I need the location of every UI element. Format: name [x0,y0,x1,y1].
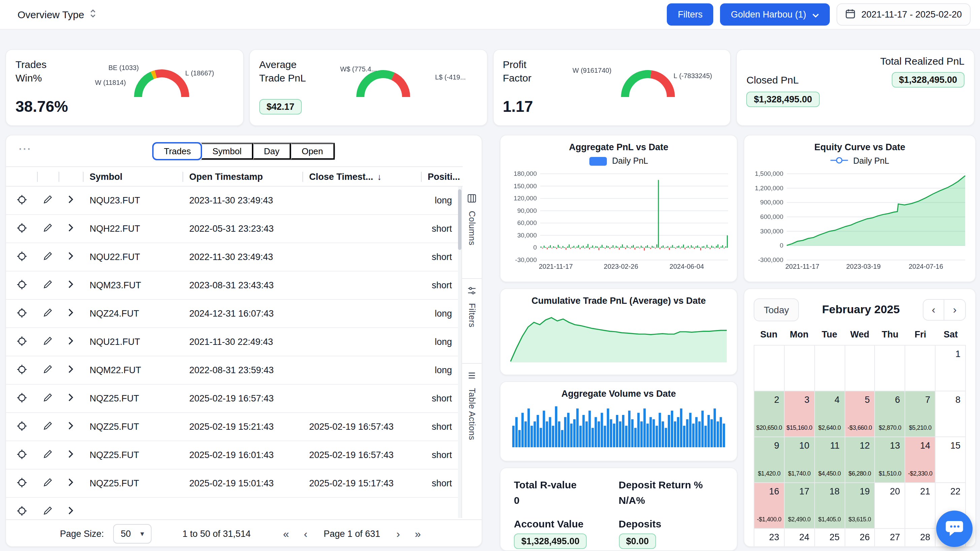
tab-open[interactable]: Open [291,142,335,159]
edit-icon[interactable] [43,223,52,234]
last-page-button[interactable]: » [409,526,426,541]
table-scrollbar-thumb[interactable] [458,189,461,250]
expand-row-icon[interactable] [68,280,73,290]
table-actions-panel-toggle[interactable]: Table Actions [462,363,482,518]
table-row[interactable] [6,498,463,519]
calendar-day[interactable] [815,346,845,391]
calendar-day[interactable]: 8 [935,391,966,437]
calendar-day[interactable] [785,346,815,391]
filters-panel-toggle[interactable]: Filters [462,278,482,363]
scope-icon[interactable] [16,223,27,235]
calendar-day[interactable]: 5-$3,660.0 [845,391,875,437]
chat-launcher-button[interactable] [936,511,973,547]
edit-icon[interactable] [43,308,52,319]
table-row[interactable]: NQU22.FUT2022-11-30 23:49:43short [6,243,463,271]
scope-icon[interactable] [16,420,27,433]
prev-page-button[interactable]: ‹ [298,526,313,541]
scope-icon[interactable] [16,449,27,461]
expand-row-icon[interactable] [68,506,73,517]
table-row[interactable]: NQU23.FUT2023-11-30 23:49:43long [6,186,463,215]
table-row[interactable]: NQZ25.FUT2025-02-19 16:01:432025-02-19 1… [6,441,463,470]
table-row[interactable]: NQH22.FUT2022-05-31 23:23:43short [6,215,463,243]
page-size-select[interactable]: 50 ▾ [113,524,151,544]
tab-trades[interactable]: Trades [153,142,202,160]
scope-icon[interactable] [16,279,27,291]
edit-icon[interactable] [43,280,52,291]
table-row[interactable]: NQZ24.FUT2024-12-31 16:07:43long [6,300,463,328]
aggregate-pnl-legend[interactable]: Daily PnL [500,156,737,166]
scope-icon[interactable] [16,477,27,489]
edit-icon[interactable] [43,336,52,347]
account-selector-button[interactable]: Golden Harbou (1) [720,3,830,25]
calendar-day[interactable]: 2$20,650.0 [754,391,785,437]
calendar-day[interactable] [875,346,905,391]
scope-icon[interactable] [16,506,27,518]
table-row[interactable]: NQU21.FUT2021-11-30 22:49:43long [6,328,463,356]
calendar-day[interactable] [754,346,785,391]
columns-panel-toggle[interactable]: Columns [462,186,482,278]
table-row[interactable]: NQZ25.FUT2025-02-19 15:21:432025-02-19 1… [6,413,463,441]
calendar-day[interactable]: 21 [905,483,936,529]
overview-type-select[interactable]: Overview Type [18,9,96,20]
scope-icon[interactable] [16,392,27,404]
table-row[interactable]: NQZ25.FUT2025-02-19 15:01:432025-02-19 1… [6,470,463,498]
edit-icon[interactable] [43,506,52,517]
calendar-day[interactable]: 16-$1,400.0 [754,483,785,529]
calendar-prev-button[interactable]: ‹ [923,299,944,321]
expand-row-icon[interactable] [68,450,73,460]
filters-button[interactable]: Filters [667,3,714,25]
expand-row-icon[interactable] [68,393,73,403]
calendar-day[interactable]: 9$1,420.0 [754,437,785,483]
calendar-day[interactable]: 26 [845,529,875,547]
table-row[interactable]: NQZ25.FUT2025-02-19 16:57:43short [6,385,463,413]
edit-icon[interactable] [43,195,52,206]
scope-icon[interactable] [16,307,27,320]
calendar-day[interactable]: 20 [875,483,905,529]
column-open-timestamp[interactable]: Open Timestamp [183,167,302,186]
expand-row-icon[interactable] [68,422,73,432]
calendar-day[interactable]: 23 [754,529,785,547]
calendar-day[interactable]: 3$15,160.0 [785,391,815,437]
table-row[interactable]: NQM23.FUT2023-08-31 23:43:43short [6,271,463,300]
first-page-button[interactable]: « [277,526,294,541]
calendar-day[interactable]: 14-$2,330.0 [905,437,936,483]
tab-day[interactable]: Day [253,142,291,159]
calendar-day[interactable] [845,346,875,391]
edit-icon[interactable] [43,421,52,432]
calendar-day[interactable]: 4$2,640.0 [815,391,845,437]
calendar-day[interactable]: 18$1,405.0 [815,483,845,529]
more-menu-icon[interactable]: ⋯ [18,141,32,156]
scope-icon[interactable] [16,336,27,348]
edit-icon[interactable] [43,393,52,404]
column-position[interactable]: Positi... [421,167,463,186]
calendar-day[interactable]: 15 [935,437,966,483]
next-page-button[interactable]: › [391,526,406,541]
calendar-day[interactable]: 10$1,740.0 [785,437,815,483]
expand-row-icon[interactable] [68,337,73,347]
calendar-day[interactable]: 24 [785,529,815,547]
scope-icon[interactable] [16,251,27,263]
scope-icon[interactable] [16,194,27,207]
table-row[interactable]: NQM22.FUT2022-08-31 23:59:43long [6,356,463,385]
expand-row-icon[interactable] [68,195,73,205]
date-range-picker[interactable]: 2021-11-17 - 2025-02-20 [837,3,970,25]
expand-row-icon[interactable] [68,478,73,488]
edit-icon[interactable] [43,449,52,461]
calendar-day[interactable]: 27 [875,529,905,547]
calendar-day[interactable]: 17$2,490.0 [785,483,815,529]
tab-symbol[interactable]: Symbol [202,142,253,159]
expand-row-icon[interactable] [68,224,73,234]
calendar-day[interactable]: 12$6,280.0 [845,437,875,483]
edit-icon[interactable] [43,365,52,376]
equity-curve-legend[interactable]: Daily PnL [744,156,975,166]
column-close-timestamp[interactable]: Close Timest...↓ [302,167,421,186]
calendar-day[interactable] [905,346,936,391]
calendar-day[interactable]: 1 [935,346,966,391]
edit-icon[interactable] [43,251,52,263]
sort-desc-icon[interactable]: ↓ [377,172,382,182]
today-button[interactable]: Today [754,298,799,321]
calendar-next-button[interactable]: › [944,299,966,321]
calendar-day[interactable]: 7$5,210.0 [905,391,936,437]
edit-icon[interactable] [43,478,52,489]
calendar-day[interactable]: 25 [815,529,845,547]
